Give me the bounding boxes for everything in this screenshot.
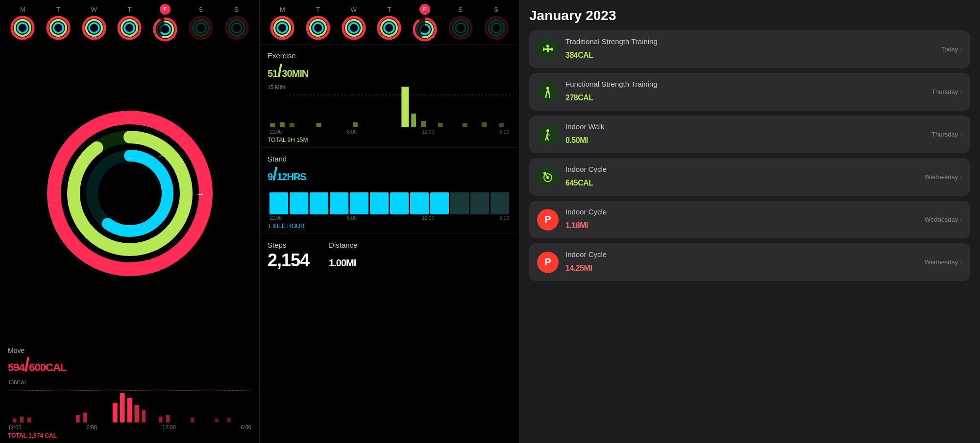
mini-ring-2 bbox=[81, 15, 107, 41]
activity-card-5[interactable]: P Indoor Cycle 14.25MI Wednesday › bbox=[529, 243, 970, 281]
right-panel: January 2023 Traditional Strength Traini… bbox=[519, 0, 980, 443]
mid-day-col-4-active[interactable]: F bbox=[412, 4, 438, 42]
when-label-2: Thursday bbox=[931, 131, 958, 138]
stand-bar-6 bbox=[370, 192, 389, 214]
move-label: Move bbox=[8, 347, 251, 354]
move-unit: CAL bbox=[46, 361, 66, 373]
activity-name-5: Indoor Cycle bbox=[565, 250, 918, 258]
metric-unit-1: CAL bbox=[578, 93, 593, 102]
day-label-6: S bbox=[234, 6, 239, 13]
activity-info-4: Indoor Cycle 1.18MI bbox=[565, 208, 918, 232]
ex-time-row: 12:00 6:00 12:00 6:00 bbox=[268, 129, 511, 135]
metric-val-2: 0.50 bbox=[565, 136, 580, 144]
mid-day-col-3[interactable]: T bbox=[376, 6, 402, 41]
mid-day-col-2[interactable]: W bbox=[341, 6, 367, 41]
day-col-6[interactable]: S bbox=[224, 6, 249, 41]
activity-icon-4: P bbox=[537, 209, 559, 231]
day-col-4[interactable]: F bbox=[152, 4, 178, 42]
steps-block: Steps 2,154 bbox=[268, 241, 309, 271]
mini-ring-4 bbox=[152, 17, 178, 42]
svg-rect-51 bbox=[120, 393, 125, 422]
activity-when-0: Today › bbox=[941, 46, 962, 53]
stand-bar-1 bbox=[270, 192, 288, 214]
svg-rect-53 bbox=[134, 405, 139, 422]
activity-card-4[interactable]: P Indoor Cycle 1.18MI Wednesday › bbox=[529, 201, 970, 238]
stand-current: 9 bbox=[268, 171, 272, 182]
stand-bar-2 bbox=[290, 192, 308, 214]
svg-rect-106 bbox=[463, 123, 467, 127]
activity-name-4: Indoor Cycle bbox=[565, 208, 918, 216]
mid-ring-5 bbox=[448, 15, 473, 41]
chevron-0: › bbox=[960, 46, 962, 53]
move-current: 594 bbox=[8, 361, 24, 373]
svg-rect-101 bbox=[353, 122, 358, 127]
when-label-4: Wednesday bbox=[925, 216, 958, 223]
exercise-chart: 15 MIN bbox=[268, 84, 511, 128]
svg-point-5 bbox=[18, 23, 27, 33]
day-col-0[interactable]: M bbox=[10, 6, 35, 41]
move-bars-svg bbox=[8, 388, 251, 422]
stand-unit: HRS bbox=[287, 171, 306, 182]
svg-point-109 bbox=[546, 45, 549, 47]
move-value: 594/600CAL bbox=[8, 354, 251, 375]
stand-bar-11-empty bbox=[470, 192, 489, 214]
activity-metric-1: 278CAL bbox=[565, 88, 925, 104]
svg-point-77 bbox=[349, 23, 359, 33]
activity-name-1: Functional Strength Training bbox=[565, 80, 925, 88]
mid-ring-4 bbox=[412, 17, 438, 42]
svg-rect-50 bbox=[113, 403, 118, 422]
svg-rect-102 bbox=[401, 87, 409, 127]
time-labels-left: 12:00 6:00 12:00 6:00 bbox=[0, 424, 259, 430]
metric-val-5: 14.25 bbox=[565, 264, 584, 272]
svg-rect-100 bbox=[316, 123, 321, 127]
svg-point-23 bbox=[124, 23, 134, 33]
svg-rect-55 bbox=[159, 417, 162, 422]
chevron-5: › bbox=[960, 258, 962, 266]
day-label-4-active: F bbox=[160, 4, 171, 15]
functional-strength-icon bbox=[541, 86, 554, 98]
mid-ring-0 bbox=[270, 15, 295, 41]
svg-rect-103 bbox=[411, 114, 416, 127]
stand-bar-5 bbox=[350, 192, 368, 214]
svg-rect-48 bbox=[76, 415, 79, 422]
metric-unit-3: CAL bbox=[578, 179, 593, 187]
activity-info-0: Traditional Strength Training 384CAL bbox=[565, 37, 934, 61]
activity-card-2[interactable]: Indoor Walk 0.50MI Thursday › bbox=[529, 116, 970, 153]
svg-rect-105 bbox=[438, 123, 443, 127]
day-col-3[interactable]: T bbox=[117, 6, 142, 41]
day-label-2: W bbox=[91, 6, 97, 13]
metric-val-1: 278 bbox=[565, 93, 578, 102]
stand-time-row: 12:00 6:00 12:00 6:00 bbox=[268, 215, 511, 221]
stand-section: Stand 9/12HRS 12:00 6:00 12:00 6:00 1 ID… bbox=[260, 148, 519, 234]
mid-day-col-6[interactable]: S bbox=[484, 6, 509, 41]
activity-card-3[interactable]: Indoor Cycle 645CAL Wednesday › bbox=[529, 158, 970, 196]
stand-note: 1 IDLE HOUR bbox=[268, 223, 511, 230]
day-col-1[interactable]: T bbox=[46, 6, 71, 41]
svg-point-11 bbox=[53, 23, 63, 33]
activity-card-0[interactable]: Traditional Strength Training 384CAL Tod… bbox=[529, 30, 970, 68]
day-col-2[interactable]: W bbox=[81, 6, 107, 41]
svg-point-35 bbox=[232, 23, 242, 33]
mini-ring-5 bbox=[188, 15, 214, 41]
stand-bar-7 bbox=[390, 192, 409, 214]
day-label-1: T bbox=[56, 6, 60, 13]
mini-ring-0 bbox=[10, 15, 35, 41]
activity-card-1[interactable]: Functional Strength Training 278CAL Thur… bbox=[529, 73, 970, 111]
svg-point-65 bbox=[277, 23, 287, 33]
svg-rect-47 bbox=[27, 418, 31, 422]
activity-metric-3: 645CAL bbox=[565, 173, 918, 189]
mid-day-col-1[interactable]: T bbox=[305, 6, 331, 41]
chevron-3: › bbox=[960, 173, 962, 181]
day-col-5[interactable]: S bbox=[188, 6, 214, 41]
svg-rect-54 bbox=[142, 410, 145, 422]
mid-day-col-5[interactable]: S bbox=[448, 6, 473, 41]
svg-text:↑: ↑ bbox=[128, 155, 132, 163]
mid-ring-3 bbox=[376, 15, 402, 41]
metric-unit-2: MI bbox=[580, 136, 588, 144]
week-strip-left: M T W bbox=[0, 0, 259, 44]
svg-rect-46 bbox=[20, 417, 24, 422]
mid-day-col-0[interactable]: M bbox=[270, 6, 295, 41]
svg-line-119 bbox=[549, 94, 550, 97]
indoor-walk-icon bbox=[541, 128, 554, 141]
activity-when-3: Wednesday › bbox=[925, 173, 962, 181]
